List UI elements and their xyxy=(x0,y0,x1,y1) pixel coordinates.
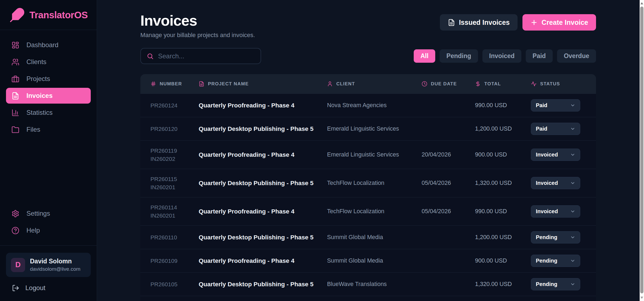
invoice-number-cell: PR260109 xyxy=(140,257,199,265)
project-number: PR260110 xyxy=(150,233,199,242)
status-label: Invoiced xyxy=(536,152,558,158)
table-row[interactable]: PR260105 Quarterly Desktop Publishing - … xyxy=(140,272,596,296)
table-row[interactable]: PR260114 IN260201 Quarterly Proofreading… xyxy=(140,197,596,225)
search-icon xyxy=(147,53,154,60)
table-row[interactable]: PR260119 IN260202 Quarterly Proofreading… xyxy=(140,140,596,169)
status-dropdown[interactable]: Invoiced xyxy=(531,205,580,218)
table-row[interactable]: PR260109 Quarterly Proofreading - Phase … xyxy=(140,249,596,272)
column-header-due-date[interactable]: DUE DATE xyxy=(422,81,475,87)
filter-tab-overdue[interactable]: Overdue xyxy=(557,49,596,63)
status-cell: Invoiced xyxy=(531,177,596,189)
sidebar: TranslatorOS Dashboard Clients xyxy=(0,0,97,301)
project-name-cell: Quarterly Desktop Publishing - Phase 5 xyxy=(199,125,327,133)
logout-button[interactable]: Logout xyxy=(0,282,97,301)
invoice-number-cell: PR260124 xyxy=(140,101,199,110)
project-name-cell: Quarterly Proofreading - Phase 4 xyxy=(199,257,327,264)
column-header-client[interactable]: CLIENT xyxy=(327,81,422,87)
scrollbar-up-arrow[interactable] xyxy=(640,2,643,4)
total-cell: 900.00 USD xyxy=(475,151,531,158)
gear-icon xyxy=(11,210,19,218)
status-label: Invoiced xyxy=(536,208,558,215)
logout-icon xyxy=(12,284,19,292)
column-header-total[interactable]: TOTAL xyxy=(475,81,531,87)
sidebar-item-statistics[interactable]: Statistics xyxy=(6,105,91,121)
sidebar-item-projects[interactable]: Projects xyxy=(6,71,91,87)
sidebar-item-label: Files xyxy=(26,126,40,133)
sidebar-item-label: Projects xyxy=(26,75,50,83)
filter-tab-paid[interactable]: Paid xyxy=(526,49,553,63)
table-row[interactable]: PR260124 Quarterly Proofreading - Phase … xyxy=(140,94,596,117)
vertical-scrollbar[interactable] xyxy=(640,0,644,301)
client-cell: Summit Global Media xyxy=(327,234,422,241)
file-text-icon xyxy=(11,92,19,100)
column-header-status[interactable]: STATUS xyxy=(531,81,596,87)
user-email: davidsolom@live.com xyxy=(30,266,80,272)
sidebar-item-dashboard[interactable]: Dashboard xyxy=(6,37,91,53)
sidebar-item-invoices[interactable]: Invoices xyxy=(6,88,91,104)
logout-label: Logout xyxy=(25,284,45,292)
sidebar-item-clients[interactable]: Clients xyxy=(6,54,91,70)
create-invoice-button[interactable]: Create Invoice xyxy=(522,14,596,31)
avatar: D xyxy=(11,258,25,272)
column-header-number[interactable]: NUMBER xyxy=(140,81,199,87)
status-label: Pending xyxy=(536,234,557,240)
status-dropdown[interactable]: Pending xyxy=(531,255,580,267)
status-dropdown[interactable]: Pending xyxy=(531,231,580,243)
filter-tab-all[interactable]: All xyxy=(414,49,435,63)
sidebar-item-label: Settings xyxy=(26,210,50,217)
sidebar-item-files[interactable]: Files xyxy=(6,122,91,137)
scrollbar-down-arrow[interactable] xyxy=(640,297,643,299)
filter-tab-invoiced[interactable]: Invoiced xyxy=(482,49,521,63)
project-number: PR260124 xyxy=(150,101,199,110)
status-cell: Invoiced xyxy=(531,149,596,161)
file-text-icon xyxy=(448,19,455,26)
issued-invoices-button[interactable]: Issued Invoices xyxy=(440,14,518,31)
status-dropdown[interactable]: Invoiced xyxy=(531,149,580,161)
dashboard-icon xyxy=(11,41,19,49)
status-dropdown[interactable]: Paid xyxy=(531,123,580,135)
invoice-number-cell: PR260115 IN260201 xyxy=(140,175,199,191)
invoice-number: IN260201 xyxy=(150,212,199,220)
status-cell: Pending xyxy=(531,255,596,267)
status-label: Paid xyxy=(536,126,547,132)
status-dropdown[interactable]: Invoiced xyxy=(531,177,580,189)
table-row[interactable]: PR260115 IN260201 Quarterly Desktop Publ… xyxy=(140,169,596,197)
client-cell: Nova Stream Agencies xyxy=(327,102,422,109)
project-number: PR260115 xyxy=(150,175,199,183)
sidebar-item-settings[interactable]: Settings xyxy=(6,206,91,221)
project-name-cell: Quarterly Desktop Publishing - Phase 5 xyxy=(199,281,327,288)
bar-chart-icon xyxy=(11,109,19,117)
column-label: STATUS xyxy=(540,81,560,87)
status-cell: Pending xyxy=(531,231,596,243)
search-box[interactable] xyxy=(140,48,261,64)
sidebar-item-help[interactable]: Help xyxy=(6,222,91,238)
status-label: Paid xyxy=(536,102,547,109)
status-dropdown[interactable]: Paid xyxy=(531,99,580,112)
scrollbar-thumb[interactable] xyxy=(640,7,643,293)
column-header-project-name[interactable]: PROJECT NAME xyxy=(199,81,327,87)
filter-tab-pending[interactable]: Pending xyxy=(440,49,478,63)
total-cell: 1,320.00 USD xyxy=(475,281,531,288)
search-input[interactable] xyxy=(158,52,255,60)
invoice-number-cell: PR260105 xyxy=(140,280,199,288)
invoices-table: NUMBER PROJECT NAME CLIENT xyxy=(140,74,596,301)
invoice-number-cell: PR260119 IN260202 xyxy=(140,147,199,163)
table-row[interactable]: PR260110 Quarterly Desktop Publishing - … xyxy=(140,225,596,249)
table-row-partial[interactable] xyxy=(140,296,596,301)
quill-feather-icon xyxy=(9,7,25,23)
chevron-down-icon xyxy=(570,103,575,108)
status-dropdown[interactable]: Pending xyxy=(531,278,580,290)
sidebar-nav: Dashboard Clients Projects xyxy=(0,30,97,139)
clock-icon xyxy=(422,81,427,87)
due-date-cell: 05/04/2026 xyxy=(422,208,475,215)
plus-icon xyxy=(530,19,538,26)
table-row[interactable]: PR260120 Quarterly Desktop Publishing - … xyxy=(140,117,596,140)
total-cell: 990.00 USD xyxy=(475,102,531,109)
sidebar-item-label: Invoices xyxy=(26,92,53,100)
hash-icon xyxy=(150,81,156,87)
page-title: Invoices xyxy=(140,12,255,29)
help-circle-icon xyxy=(11,227,19,234)
user-profile-card[interactable]: D David Solomn davidsolom@live.com xyxy=(6,253,91,277)
status-cell: Paid xyxy=(531,123,596,135)
project-number: PR260105 xyxy=(150,280,199,288)
